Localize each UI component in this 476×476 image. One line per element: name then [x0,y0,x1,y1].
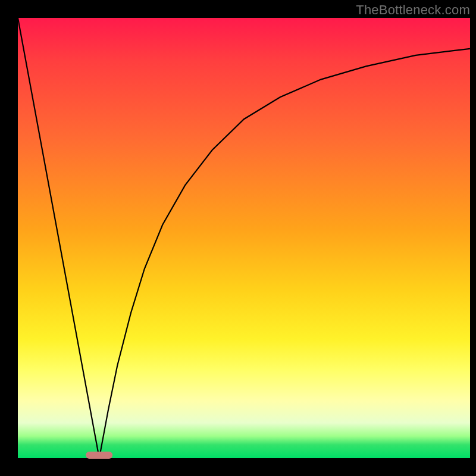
optimal-range-marker [86,452,113,459]
plot-area [18,18,470,458]
bottleneck-curve [18,18,470,458]
watermark-text: TheBottleneck.com [356,2,470,18]
curve-path [18,18,470,458]
chart-frame: TheBottleneck.com [0,0,476,476]
